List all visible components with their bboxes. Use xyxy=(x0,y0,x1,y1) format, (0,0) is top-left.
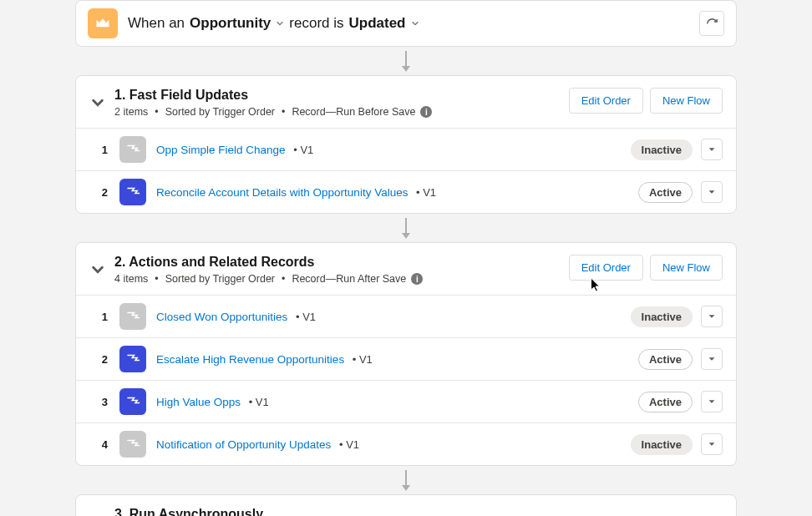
new-flow-button[interactable]: New Flow xyxy=(650,88,723,114)
section-title: 1. Fast Field Updates xyxy=(114,88,569,103)
section-run-asynchronously: 3. Run Asynchronously xyxy=(75,494,737,516)
connector-arrow xyxy=(75,47,737,75)
status-badge: Inactive xyxy=(631,139,693,160)
refresh-button[interactable] xyxy=(699,11,724,36)
flow-row: 1 Opp Simple Field Change • V1 Inactive xyxy=(76,128,736,170)
crown-icon xyxy=(88,8,118,38)
trigger-text: When an Opportunity record is Updated xyxy=(128,15,419,32)
connector-arrow xyxy=(75,466,737,494)
new-flow-button[interactable]: New Flow xyxy=(650,255,723,281)
collapse-toggle[interactable] xyxy=(86,91,109,114)
trigger-event: Updated xyxy=(349,15,406,32)
flow-icon xyxy=(119,136,146,163)
info-icon[interactable]: i xyxy=(411,273,423,285)
flow-row: 4 Notification of Opportunity Updates • … xyxy=(76,422,736,465)
status-badge: Active xyxy=(638,392,693,412)
row-menu-button[interactable] xyxy=(701,306,723,327)
section-subtitle: 4 items • Sorted by Trigger Order • Reco… xyxy=(114,273,569,285)
flow-icon xyxy=(119,179,146,205)
section-header: 3. Run Asynchronously xyxy=(76,495,736,516)
flow-link[interactable]: High Value Opps xyxy=(156,396,241,408)
section-title: 2. Actions and Related Records xyxy=(114,255,569,270)
section-header: 2. Actions and Related Records 4 items •… xyxy=(76,243,736,295)
flow-link[interactable]: Notification of Opportunity Updates xyxy=(156,438,331,451)
row-menu-button[interactable] xyxy=(701,433,723,455)
section-title: 3. Run Asynchronously xyxy=(114,507,723,516)
status-badge: Inactive xyxy=(631,306,693,327)
row-menu-button[interactable] xyxy=(701,139,723,160)
edit-order-button[interactable]: Edit Order xyxy=(569,88,643,114)
flow-link[interactable]: Reconcile Account Details with Opportuni… xyxy=(156,186,408,199)
status-badge: Inactive xyxy=(631,434,693,455)
section-fast-field-updates: 1. Fast Field Updates 2 items • Sorted b… xyxy=(75,75,737,214)
flow-link[interactable]: Escalate High Revenue Opportunities xyxy=(156,353,344,366)
row-menu-button[interactable] xyxy=(701,391,723,412)
trigger-object-dropdown[interactable] xyxy=(276,19,284,28)
trigger-object: Opportunity xyxy=(190,15,271,32)
flow-link[interactable]: Opp Simple Field Change xyxy=(156,144,286,156)
info-icon[interactable]: i xyxy=(420,106,432,118)
section-subtitle: 2 items • Sorted by Trigger Order • Reco… xyxy=(114,106,569,118)
flow-row: 3 High Value Opps • V1 Active xyxy=(76,380,736,422)
flow-link[interactable]: Closed Won Opportunities xyxy=(156,311,287,323)
flow-row: 2 Escalate High Revenue Opportunities • … xyxy=(76,337,736,380)
section-header: 1. Fast Field Updates 2 items • Sorted b… xyxy=(76,76,736,128)
status-badge: Active xyxy=(638,349,693,370)
flow-icon xyxy=(119,303,146,330)
trigger-prefix: When an xyxy=(128,15,185,32)
flow-icon xyxy=(119,431,146,458)
connector-arrow xyxy=(75,214,737,242)
row-menu-button[interactable] xyxy=(701,181,723,203)
row-menu-button[interactable] xyxy=(701,348,723,370)
collapse-toggle[interactable] xyxy=(86,258,109,281)
edit-order-button[interactable]: Edit Order xyxy=(569,255,643,281)
trigger-event-dropdown[interactable] xyxy=(411,19,419,28)
flow-row: 2 Reconcile Account Details with Opportu… xyxy=(76,170,736,213)
status-badge: Active xyxy=(638,182,693,203)
trigger-middle: record is xyxy=(289,15,343,32)
section-actions-related-records: 2. Actions and Related Records 4 items •… xyxy=(75,242,737,466)
flow-row: 1 Closed Won Opportunities • V1 Inactive xyxy=(76,295,736,337)
flow-icon xyxy=(119,346,146,372)
flow-icon xyxy=(119,388,146,415)
trigger-card: When an Opportunity record is Updated xyxy=(75,0,737,47)
